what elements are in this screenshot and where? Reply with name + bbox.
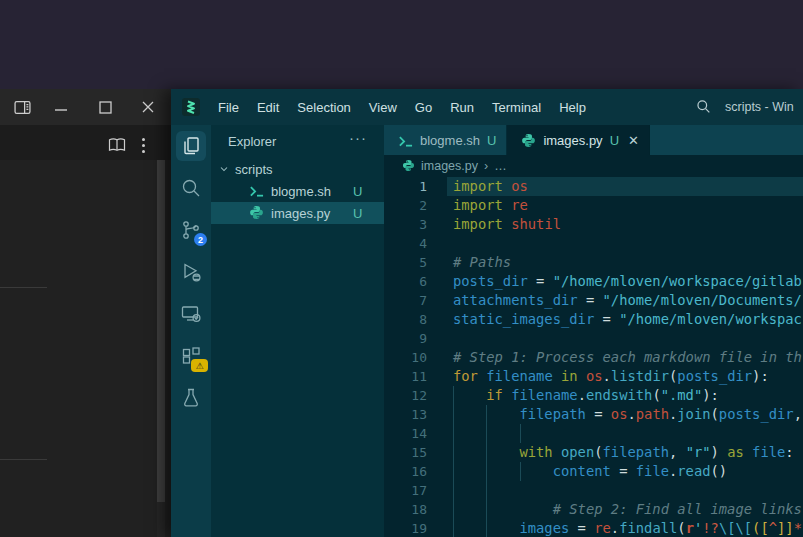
code-line-4[interactable]: 4 (384, 234, 803, 253)
menu-file[interactable]: File (209, 96, 248, 119)
git-status-badge: U (487, 133, 496, 148)
file-name: blogme.sh (271, 184, 331, 199)
line-number: 2 (384, 196, 427, 215)
menu-go[interactable]: Go (406, 96, 441, 119)
line-number: 6 (384, 272, 427, 291)
activity-item-remote-explorer[interactable] (171, 293, 211, 335)
minimize-icon[interactable] (55, 109, 67, 111)
scrollbar[interactable] (157, 160, 165, 537)
line-number: 12 (384, 386, 427, 405)
line-number: 1 (384, 177, 427, 196)
reader-book-icon[interactable] (108, 138, 126, 152)
scm-changes-badge: 2 (194, 233, 207, 246)
code-line-14[interactable]: 14 (384, 424, 803, 443)
menu-view[interactable]: View (360, 96, 406, 119)
line-number: 13 (384, 405, 427, 424)
code-line-7[interactable]: 7attachments_dir = "/home/mloven/Documen… (384, 291, 803, 310)
explorer-title: Explorer (228, 134, 276, 149)
code-line-15[interactable]: 15 with open(filepath, "r") as file: (384, 443, 803, 462)
breadcrumb[interactable]: images.py › … (384, 155, 803, 176)
code-line-12[interactable]: 12 if filename.endswith(".md"): (384, 386, 803, 405)
indent-guide (453, 424, 454, 443)
tab-label: images.py (543, 133, 602, 148)
kebab-menu-icon[interactable] (142, 138, 145, 156)
code-line-2[interactable]: 2import re (384, 196, 803, 215)
activity-item-extensions[interactable]: ⚠ (171, 335, 211, 377)
line-number: 9 (384, 329, 427, 348)
shell-icon (398, 133, 413, 148)
code-line-6[interactable]: 6posts_dir = "/home/mloven/workspace/git… (384, 272, 803, 291)
background-window-titlebar (0, 89, 171, 125)
file-name: images.py (271, 206, 330, 221)
activity-item-run-debug[interactable] (171, 251, 211, 293)
explorer-sidebar: Explorer ··· scripts blogme.sh U images.… (211, 125, 384, 537)
close-icon[interactable] (141, 100, 155, 114)
scrollbar-thumb[interactable] (157, 160, 165, 502)
menu-bar: FileEditSelectionViewGoRunTerminalHelp (209, 96, 595, 119)
breadcrumb-rest: … (494, 159, 507, 173)
code-line-3[interactable]: 3import shutil (384, 215, 803, 234)
command-center[interactable]: scripts - Win (696, 94, 794, 119)
line-number: 16 (384, 462, 427, 481)
code-line-16[interactable]: 16 content = file.read() (384, 462, 803, 481)
code-line-11[interactable]: 11for filename in os.listdir(posts_dir): (384, 367, 803, 386)
line-number: 17 (384, 481, 427, 500)
menu-terminal[interactable]: Terminal (483, 96, 550, 119)
menu-edit[interactable]: Edit (248, 96, 288, 119)
line-number: 4 (384, 234, 427, 253)
activity-item-search[interactable] (171, 167, 211, 209)
code-line-10[interactable]: 10# Step 1: Process each markdown file i… (384, 348, 803, 367)
breadcrumb-file: images.py (421, 159, 478, 173)
background-window-toolbar (0, 125, 171, 160)
line-number: 10 (384, 348, 427, 367)
menu-selection[interactable]: Selection (288, 96, 359, 119)
activity-item-explorer[interactable] (171, 125, 211, 167)
remote-icon (176, 299, 206, 329)
files-icon (176, 131, 206, 161)
folder-row-scripts[interactable]: scripts (211, 158, 384, 180)
menu-run[interactable]: Run (441, 96, 483, 119)
sidebar-toggle-icon[interactable] (14, 99, 31, 116)
line-number: 18 (384, 500, 427, 519)
line-number: 3 (384, 215, 427, 234)
file-row-blogme.sh[interactable]: blogme.sh U (211, 180, 384, 202)
code-line-17[interactable]: 17 (384, 481, 803, 500)
menu-help[interactable]: Help (550, 96, 595, 119)
indent-guide (520, 424, 521, 443)
activity-item-testing[interactable] (171, 377, 211, 419)
line-number: 19 (384, 519, 427, 537)
file-row-images.py[interactable]: images.py U (211, 202, 384, 224)
file-list: blogme.sh U images.py U (211, 180, 384, 224)
indent-guide (486, 481, 487, 500)
ellipsis-icon[interactable]: ··· (349, 129, 367, 146)
command-center-text: scripts - Win (725, 100, 794, 114)
vscode-window: FileEditSelectionViewGoRunTerminalHelp s… (171, 89, 803, 537)
background-window (0, 89, 171, 537)
warning-badge-icon: ⚠ (191, 359, 208, 372)
tab-images.py[interactable]: images.py U✕ (507, 125, 650, 155)
testing-icon (176, 383, 206, 413)
divider-line (0, 287, 47, 288)
code-line-18[interactable]: 18 # Step 2: Find all image links in (384, 500, 803, 519)
tab-blogme.sh[interactable]: blogme.sh U (384, 125, 507, 155)
code-line-13[interactable]: 13 filepath = os.path.join(posts_dir, (384, 405, 803, 424)
activity-item-source-control[interactable]: 2 (171, 209, 211, 251)
activity-bar: 2⚠ (171, 125, 211, 537)
code-editor[interactable]: 1import os2import re3import shutil45# Pa… (384, 177, 803, 537)
divider-line (0, 459, 47, 460)
line-number: 14 (384, 424, 427, 443)
app-logo-icon (182, 98, 200, 116)
code-line-8[interactable]: 8static_images_dir = "/home/mloven/works… (384, 310, 803, 329)
breadcrumb-separator: › (484, 159, 488, 173)
maximize-icon[interactable] (99, 101, 112, 114)
debug-icon (176, 257, 206, 287)
close-icon[interactable]: ✕ (628, 133, 639, 148)
code-line-19[interactable]: 19 images = re.findall(r'!?\[\[([^]]* (384, 519, 803, 537)
vscode-titlebar: FileEditSelectionViewGoRunTerminalHelp s… (171, 89, 803, 125)
code-line-9[interactable]: 9 (384, 329, 803, 348)
code-line-1[interactable]: 1import os (384, 177, 803, 196)
line-number: 7 (384, 291, 427, 310)
chevron-down-icon (218, 163, 230, 175)
code-line-5[interactable]: 5# Paths (384, 253, 803, 272)
search-icon (696, 99, 711, 114)
